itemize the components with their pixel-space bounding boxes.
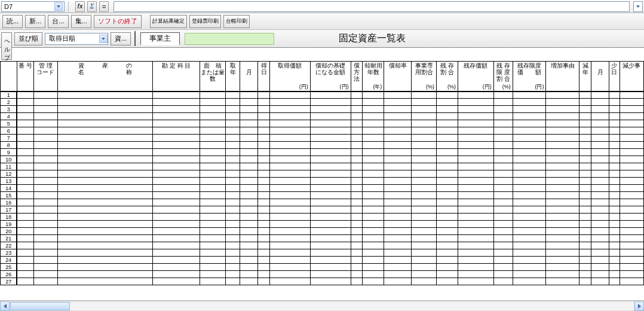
cell-dec[interactable] [620, 99, 643, 106]
cell-no[interactable] [17, 221, 33, 228]
cell-method[interactable] [351, 264, 363, 271]
cell-acct[interactable] [152, 135, 200, 142]
table-row[interactable]: 27 [1, 278, 644, 285]
cell-biz[interactable] [412, 249, 437, 257]
cell-dy[interactable] [579, 170, 591, 178]
cell-base[interactable] [310, 127, 351, 135]
cell-resv[interactable] [458, 178, 493, 185]
cell-name[interactable] [57, 271, 152, 278]
cell-cost[interactable] [270, 242, 311, 249]
cell-acd[interactable] [258, 127, 270, 135]
cell-acd[interactable] [258, 170, 270, 178]
cell-dy[interactable] [579, 106, 591, 113]
cell-name[interactable] [57, 185, 152, 192]
cell-limv[interactable] [513, 149, 546, 156]
cell-acct[interactable] [152, 170, 200, 178]
cell-resr[interactable] [437, 206, 458, 214]
cell-acct[interactable] [152, 163, 200, 170]
cell-no[interactable] [17, 106, 33, 113]
cell-base[interactable] [310, 156, 351, 163]
cell-no[interactable] [17, 264, 33, 271]
cell-acct[interactable] [152, 278, 200, 285]
cell-resr[interactable] [437, 135, 458, 142]
cell-acd[interactable] [258, 206, 270, 214]
cell-cost[interactable] [270, 199, 311, 206]
row-number[interactable]: 18 [1, 214, 17, 221]
cell-life[interactable] [363, 242, 384, 249]
cell-dec[interactable] [620, 221, 643, 228]
col-header-code[interactable]: 管 理 コード [33, 62, 57, 92]
equals-button[interactable]: = [99, 1, 109, 12]
cell-acd[interactable] [258, 221, 270, 228]
cell-cost[interactable] [270, 170, 311, 178]
cell-biz[interactable] [412, 214, 437, 221]
cell-inc[interactable] [546, 127, 579, 135]
cell-acm[interactable] [240, 192, 258, 199]
row-number[interactable]: 11 [1, 163, 17, 170]
cell-resv[interactable] [458, 278, 493, 285]
cell-dm[interactable] [591, 185, 609, 192]
cell-life[interactable] [363, 214, 384, 221]
cell-dec[interactable] [620, 127, 643, 135]
cell-dy[interactable] [579, 257, 591, 264]
cell-limr[interactable] [493, 271, 513, 278]
cell-resv[interactable] [458, 185, 493, 192]
cell-no[interactable] [17, 135, 33, 142]
cell-rate[interactable] [384, 127, 412, 135]
table-row[interactable]: 9 [1, 149, 644, 156]
cell-resr[interactable] [437, 142, 458, 149]
cell-acy[interactable] [226, 221, 240, 228]
cell-cost[interactable] [270, 221, 311, 228]
cell-name[interactable] [57, 228, 152, 235]
cell-dec[interactable] [620, 249, 643, 257]
cell-cost[interactable] [270, 156, 311, 163]
cell-resr[interactable] [437, 249, 458, 257]
cell-limr[interactable] [493, 178, 513, 185]
cell-rate[interactable] [384, 113, 412, 120]
cell-acct[interactable] [152, 92, 200, 99]
cell-biz[interactable] [412, 163, 437, 170]
col-header-acd[interactable]: 得 日 [258, 62, 270, 92]
cell-area[interactable] [200, 199, 226, 206]
cell-acct[interactable] [152, 249, 200, 257]
cell-acy[interactable] [226, 228, 240, 235]
cell-dy[interactable] [579, 206, 591, 214]
cell-acm[interactable] [240, 178, 258, 185]
cell-no[interactable] [17, 242, 33, 249]
cell-code[interactable] [33, 127, 57, 135]
cell-inc[interactable] [546, 206, 579, 214]
cell-base[interactable] [310, 113, 351, 120]
exit-button[interactable]: ソフトの終了 [94, 15, 142, 28]
cell-name[interactable] [57, 170, 152, 178]
cell-acy[interactable] [226, 142, 240, 149]
cell-limv[interactable] [513, 214, 546, 221]
cell-dec[interactable] [620, 170, 643, 178]
col-header-biz[interactable]: 事業専 用割合(%) [412, 62, 437, 92]
cell-acy[interactable] [226, 214, 240, 221]
cell-dd[interactable] [609, 264, 620, 271]
cell-biz[interactable] [412, 185, 437, 192]
cell-area[interactable] [200, 127, 226, 135]
cell-name[interactable] [57, 163, 152, 170]
cell-limr[interactable] [493, 249, 513, 257]
cell-acd[interactable] [258, 178, 270, 185]
cell-cost[interactable] [270, 135, 311, 142]
cell-limr[interactable] [493, 192, 513, 199]
cell-acm[interactable] [240, 149, 258, 156]
owner-value[interactable] [185, 33, 274, 45]
col-header-inc[interactable]: 増加事由 [546, 62, 579, 92]
cell-base[interactable] [310, 242, 351, 249]
cell-acd[interactable] [258, 278, 270, 285]
cell-limr[interactable] [493, 199, 513, 206]
cell-resv[interactable] [458, 242, 493, 249]
cell-acy[interactable] [226, 170, 240, 178]
cell-acd[interactable] [258, 235, 270, 242]
cell-dm[interactable] [591, 120, 609, 127]
cell-method[interactable] [351, 206, 363, 214]
cell-cost[interactable] [270, 278, 311, 285]
cell-base[interactable] [310, 249, 351, 257]
cell-area[interactable] [200, 106, 226, 113]
asset-button[interactable]: 資... [111, 32, 131, 45]
col-header-resv[interactable]: 残存価額(円) [458, 62, 493, 92]
cell-no[interactable] [17, 92, 33, 99]
